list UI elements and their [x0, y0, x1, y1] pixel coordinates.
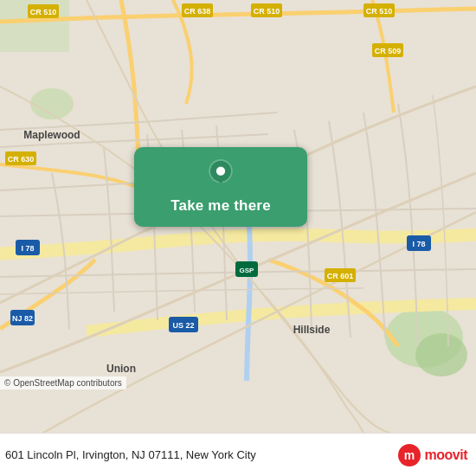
svg-text:US 22: US 22 — [172, 321, 194, 330]
moovit-logo: m moovit — [397, 443, 467, 467]
svg-text:Maplewood: Maplewood — [23, 129, 80, 141]
map-container: I 78 I 78 GSP NJ 82 US 22 CR 510 CR 638 … — [0, 0, 476, 433]
moovit-logo-icon: m — [397, 443, 421, 467]
svg-text:CR 509: CR 509 — [375, 47, 402, 55]
svg-text:NJ 82: NJ 82 — [12, 314, 33, 323]
svg-text:m: m — [403, 448, 414, 462]
svg-text:GSP: GSP — [240, 267, 255, 274]
svg-text:CR 601: CR 601 — [327, 272, 354, 280]
address-text: 601 Lincoln Pl, Irvington, NJ 07111, New… — [5, 448, 397, 461]
moovit-wordmark: moovit — [425, 447, 467, 463]
location-pin-icon — [205, 159, 236, 190]
osm-credit: © OpenStreetMap contributors — [0, 376, 126, 389]
take-me-there-label: Take me there — [170, 197, 271, 215]
svg-text:CR 510: CR 510 — [254, 7, 280, 16]
svg-text:Union: Union — [106, 363, 136, 375]
svg-text:CR 638: CR 638 — [184, 7, 211, 16]
svg-text:I 78: I 78 — [412, 240, 425, 248]
svg-text:Hillside: Hillside — [293, 324, 331, 336]
bottom-bar: 601 Lincoln Pl, Irvington, NJ 07111, New… — [0, 433, 476, 476]
take-me-there-button[interactable]: Take me there — [134, 147, 307, 227]
osm-credit-text: © OpenStreetMap contributors — [4, 378, 122, 388]
svg-point-2 — [415, 333, 467, 376]
svg-text:I 78: I 78 — [21, 244, 34, 253]
svg-text:CR 510: CR 510 — [30, 8, 57, 16]
svg-text:CR 630: CR 630 — [8, 155, 35, 164]
svg-text:CR 510: CR 510 — [366, 7, 393, 16]
svg-point-36 — [217, 167, 225, 175]
